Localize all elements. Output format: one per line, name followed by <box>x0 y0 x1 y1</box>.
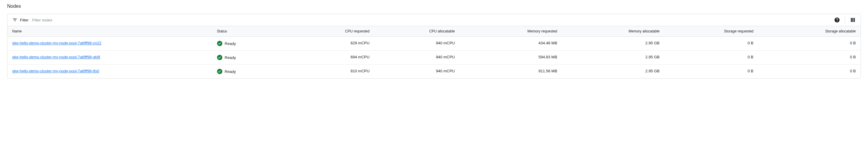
cpu-allocatable-cell: 940 mCPU <box>374 51 460 65</box>
cpu-allocatable-cell: 940 mCPU <box>374 37 460 51</box>
col-header-cpu-allocatable[interactable]: CPU allocatable <box>374 26 460 37</box>
node-link[interactable]: gke-hello-demo-cluster-my-node-pool-7a6f… <box>12 55 100 59</box>
table-header-row: Name Status CPU requested CPU allocatabl… <box>7 26 861 37</box>
storage-requested-cell: 0 B <box>664 51 758 65</box>
filter-actions <box>834 17 856 24</box>
table-row: gke-hello-demo-cluster-my-node-pool-7a6f… <box>7 65 861 79</box>
storage-requested-cell: 0 B <box>664 37 758 51</box>
section-title: Nodes <box>7 4 861 9</box>
filter-bar: Filter <box>7 14 861 26</box>
check-circle-icon <box>217 69 222 74</box>
cpu-requested-cell: 810 mCPU <box>289 65 374 79</box>
storage-requested-cell: 0 B <box>664 65 758 79</box>
nodes-table: Name Status CPU requested CPU allocatabl… <box>7 26 861 78</box>
col-header-memory-allocatable[interactable]: Memory allocatable <box>562 26 664 37</box>
status-text: Ready <box>225 69 236 74</box>
check-circle-icon <box>217 55 222 60</box>
col-header-memory-requested[interactable]: Memory requested <box>460 26 562 37</box>
cpu-requested-cell: 694 mCPU <box>289 51 374 65</box>
check-circle-icon <box>217 41 222 46</box>
nodes-table-container: Filter Name <box>7 14 861 79</box>
divider <box>845 17 845 24</box>
col-header-storage-allocatable[interactable]: Storage allocatable <box>758 26 861 37</box>
node-link[interactable]: gke-hello-demo-cluster-my-node-pool-7a6f… <box>12 69 99 73</box>
cpu-allocatable-cell: 940 mCPU <box>374 65 460 79</box>
column-selector-icon[interactable] <box>850 17 856 23</box>
storage-allocatable-cell: 0 B <box>758 37 861 51</box>
node-link[interactable]: gke-hello-demo-cluster-my-node-pool-7a6f… <box>12 41 101 45</box>
filter-input[interactable] <box>32 18 834 22</box>
help-icon[interactable] <box>834 17 840 23</box>
cpu-requested-cell: 629 mCPU <box>289 37 374 51</box>
status-text: Ready <box>225 55 236 60</box>
col-header-cpu-requested[interactable]: CPU requested <box>289 26 374 37</box>
table-row: gke-hello-demo-cluster-my-node-pool-7a6f… <box>7 51 861 65</box>
filter-icon <box>12 17 18 23</box>
memory-requested-cell: 594.83 MB <box>460 51 562 65</box>
memory-requested-cell: 434.46 MB <box>460 37 562 51</box>
memory-requested-cell: 911.56 MB <box>460 65 562 79</box>
memory-allocatable-cell: 2.95 GB <box>562 37 664 51</box>
filter-label: Filter <box>20 18 29 22</box>
col-header-status[interactable]: Status <box>212 26 289 37</box>
table-row: gke-hello-demo-cluster-my-node-pool-7a6f… <box>7 37 861 51</box>
storage-allocatable-cell: 0 B <box>758 51 861 65</box>
memory-allocatable-cell: 2.95 GB <box>562 51 664 65</box>
status-text: Ready <box>225 41 236 46</box>
storage-allocatable-cell: 0 B <box>758 65 861 79</box>
col-header-storage-requested[interactable]: Storage requested <box>664 26 758 37</box>
col-header-name[interactable]: Name <box>7 26 212 37</box>
memory-allocatable-cell: 2.95 GB <box>562 65 664 79</box>
